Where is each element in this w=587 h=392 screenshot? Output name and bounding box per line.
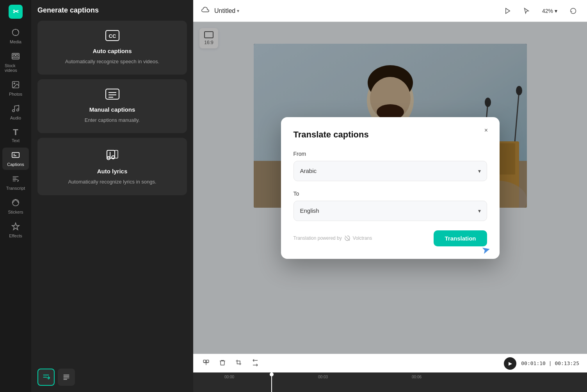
auto-lyrics-desc: Automatically recognize lyrics in songs. xyxy=(68,178,156,185)
auto-lyrics-card[interactable]: Auto lyrics Automatically recognize lyri… xyxy=(37,138,187,195)
timeline-markers: 00:00 00:03 00:06 xyxy=(193,372,587,392)
translate-tab[interactable] xyxy=(37,369,55,386)
panel-title: Generate captions xyxy=(37,6,187,14)
svg-rect-18 xyxy=(115,150,118,158)
sidebar-item-stock-videos-label: Stock videos xyxy=(5,63,27,73)
timeline-marker-2: 00:06 xyxy=(412,375,422,379)
svg-text:CC: CC xyxy=(109,33,116,39)
top-bar: Untitled ▾ 42% ▾ xyxy=(193,0,587,22)
timeline-marker-0: 00:00 xyxy=(224,375,234,379)
manual-captions-desc: Enter captions manually. xyxy=(85,117,140,124)
time-display: 00:01:10 | 00:13:25 xyxy=(521,360,579,366)
top-bar-actions: 42% ▾ xyxy=(502,5,579,17)
from-select-wrapper: Arabic English Spanish French German Chi… xyxy=(294,161,487,181)
text-icon: T xyxy=(13,128,18,137)
play-pause-btn[interactable]: ▶ xyxy=(504,357,516,370)
cursor-arrow-icon: ➤ xyxy=(480,242,491,257)
modal-close-btn[interactable]: × xyxy=(481,125,492,136)
manual-captions-title: Manual captions xyxy=(89,106,135,113)
to-label: To xyxy=(294,191,487,197)
sidebar-item-stock-videos[interactable]: Stock videos xyxy=(2,49,29,76)
svg-point-6 xyxy=(17,109,19,111)
translate-captions-modal: × Translate captions From Arabic English… xyxy=(281,117,500,259)
panel-bottom-tabs xyxy=(37,364,187,386)
sidebar-item-captions[interactable]: Captions xyxy=(2,148,29,170)
stickers-icon xyxy=(11,198,20,208)
cursor-tool-btn[interactable] xyxy=(520,5,533,17)
main-content: Untitled ▾ 42% ▾ xyxy=(193,0,587,392)
to-language-select[interactable]: English Arabic Spanish French German Chi… xyxy=(294,201,487,221)
media-icon xyxy=(11,28,20,38)
svg-point-4 xyxy=(14,83,15,84)
stock-videos-icon xyxy=(11,52,20,62)
bottom-toolbar: ▶ 00:01:10 | 00:13:25 xyxy=(193,354,587,372)
svg-point-5 xyxy=(12,110,15,112)
sidebar-item-effects-label: Effects xyxy=(9,233,22,238)
zoom-chevron-icon: ▾ xyxy=(555,8,557,14)
photos-icon xyxy=(11,80,20,90)
sidebar-item-effects[interactable]: Effects xyxy=(2,219,29,241)
auto-lyrics-title: Auto lyrics xyxy=(97,168,128,175)
app-logo[interactable]: ✂ xyxy=(9,5,23,19)
from-language-select[interactable]: Arabic English Spanish French German Chi… xyxy=(294,161,487,181)
title-chevron-icon: ▾ xyxy=(237,8,239,14)
transform-btn[interactable] xyxy=(250,358,260,369)
timeline-cursor[interactable] xyxy=(271,372,272,392)
sidebar-item-transcript-label: Transcript xyxy=(6,186,25,191)
modal-provider-text: Translation powered by Volctrans xyxy=(294,235,372,241)
undo-btn[interactable] xyxy=(567,5,579,17)
svg-rect-11 xyxy=(106,89,119,99)
modal-title: Translate captions xyxy=(294,130,487,140)
auto-captions-icon: CC xyxy=(105,30,119,44)
sidebar-item-media-label: Media xyxy=(10,39,21,44)
auto-lyrics-icon xyxy=(105,147,119,164)
svg-point-8 xyxy=(12,200,19,206)
cloud-icon xyxy=(201,6,210,15)
sidebar-item-captions-label: Captions xyxy=(7,162,24,167)
sidebar-item-audio-label: Audio xyxy=(10,116,21,120)
sidebar-item-photos-label: Photos xyxy=(9,92,22,96)
document-title[interactable]: Untitled ▾ xyxy=(214,7,239,14)
sidebar-item-stickers-label: Stickers xyxy=(8,210,23,214)
audio-icon xyxy=(11,104,20,114)
svg-rect-35 xyxy=(203,360,206,362)
to-select-wrapper: English Arabic Spanish French German Chi… xyxy=(294,201,487,221)
sidebar-item-media[interactable]: Media xyxy=(2,25,29,47)
captions-icon xyxy=(11,151,20,160)
list-tab[interactable] xyxy=(58,369,75,386)
crop-btn[interactable] xyxy=(234,358,244,369)
sidebar-item-text[interactable]: T Text xyxy=(2,125,29,146)
svg-rect-1 xyxy=(13,54,16,56)
video-area: 16:9 xyxy=(193,22,587,354)
sidebar-item-photos[interactable]: Photos xyxy=(2,77,29,100)
svg-rect-2 xyxy=(16,54,18,56)
auto-captions-desc: Automatically recognize speech in videos… xyxy=(65,58,159,65)
delete-btn[interactable] xyxy=(217,358,228,369)
playback-controls: ▶ 00:01:10 | 00:13:25 xyxy=(504,357,579,370)
modal-footer: Translation powered by Volctrans Transla… xyxy=(294,230,487,246)
sidebar-item-text-label: Text xyxy=(12,138,20,143)
sidebar-item-transcript[interactable]: Transcript xyxy=(2,171,29,194)
auto-captions-card[interactable]: CC Auto captions Automatically recognize… xyxy=(37,21,187,75)
zoom-control[interactable]: 42% ▾ xyxy=(539,6,560,16)
icon-sidebar: ✂ Media Stock video xyxy=(0,0,31,392)
modal-overlay: × Translate captions From Arabic English… xyxy=(193,22,587,354)
svg-rect-36 xyxy=(206,360,209,362)
transcript-icon xyxy=(11,175,20,184)
app-container: ✂ Media Stock video xyxy=(0,0,587,392)
timeline[interactable]: 00:00 00:03 00:06 xyxy=(193,372,587,392)
svg-rect-7 xyxy=(12,153,19,158)
manual-captions-card[interactable]: Manual captions Enter captions manually. xyxy=(37,79,187,133)
panel-sidebar: Generate captions CC Auto captions Autom… xyxy=(31,0,193,392)
manual-captions-icon xyxy=(105,89,119,102)
auto-captions-title: Auto captions xyxy=(93,48,132,54)
split-tool-btn[interactable] xyxy=(201,358,211,369)
from-label: From xyxy=(294,151,487,157)
play-preview-btn[interactable] xyxy=(502,5,514,17)
effects-icon xyxy=(11,222,20,232)
sidebar-item-stickers[interactable]: Stickers xyxy=(2,195,29,217)
sidebar-item-audio[interactable]: Audio xyxy=(2,101,29,123)
timeline-marker-1: 00:03 xyxy=(318,375,328,379)
translation-button[interactable]: Translation xyxy=(434,230,487,246)
svg-marker-19 xyxy=(506,8,510,14)
